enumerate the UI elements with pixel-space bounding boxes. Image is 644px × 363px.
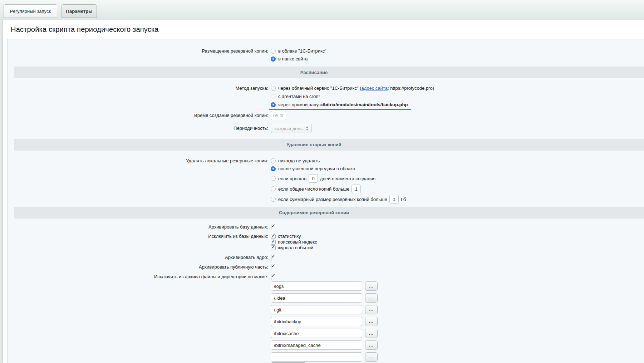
exclude-search-index[interactable]: поисковый индекс	[271, 239, 644, 245]
browse-button[interactable]: ...	[365, 340, 378, 350]
browse-button[interactable]: ...	[365, 293, 378, 303]
option-days-passed[interactable]: если прошло дней с момента создания	[271, 174, 644, 183]
option-label-pre: если прошло	[278, 176, 306, 181]
tab-parameters[interactable]: Параметры	[62, 4, 97, 18]
option-after-cloud-transfer[interactable]: после успешной передачи в облако	[271, 165, 644, 173]
row-launch-method: Метод запуска: через облачный сервис "1С…	[8, 84, 644, 109]
mask-row: ...	[8, 281, 644, 291]
radio-direct-launch[interactable]	[271, 102, 276, 107]
row-exclude-from-database: Исключить из базы данных: статистику пои…	[8, 234, 644, 251]
exclude-statistics[interactable]: статистику	[271, 234, 644, 239]
browse-button[interactable]: ...	[365, 329, 378, 338]
row-periodicity: Периодичность: каждый день	[8, 124, 644, 133]
field-label: Метод запуска:	[8, 84, 268, 92]
backup-time-input	[271, 111, 286, 120]
browse-button[interactable]: ...	[365, 317, 378, 326]
statistics-checkbox[interactable]	[271, 234, 276, 239]
tab-label: Регулярный запуск	[10, 9, 51, 14]
event-log-checkbox[interactable]	[271, 245, 276, 250]
select-stepper-icon	[306, 126, 309, 131]
option-label-pre: через облачный сервис "1С-Битрикс" (	[278, 84, 361, 92]
option-label: статистику	[278, 234, 301, 239]
row-exclude-masks: Исключить из архива файлы и директории п…	[8, 274, 644, 280]
option-label-pre: если суммарный размер резервных копий бо…	[278, 197, 387, 202]
field-label: Архивировать публичную часть:	[8, 264, 268, 270]
option-label: с агентами на cron	[278, 92, 318, 100]
mask-row: ...	[8, 352, 644, 362]
copies-count-input[interactable]	[352, 185, 361, 193]
option-cloud-service[interactable]: через облачный сервис "1С-Битрикс" (адре…	[271, 84, 644, 92]
mask-input-6[interactable]	[271, 340, 362, 350]
left-rail	[0, 20, 3, 363]
browse-button[interactable]: ...	[365, 352, 378, 362]
archive-database-checkbox[interactable]	[271, 224, 271, 230]
row-archive-public: Архивировать публичную часть:	[8, 264, 644, 270]
search-index-checkbox[interactable]	[271, 240, 276, 245]
section-heading-deletion: Удаление старых копий	[14, 139, 644, 151]
option-label: поисковый индекс	[278, 239, 317, 245]
mask-row: ...	[8, 305, 644, 314]
row-archive-kernel: Архивировать ядро:	[8, 255, 644, 260]
radio-total-size[interactable]	[271, 197, 276, 202]
mask-row: ...	[8, 317, 644, 326]
row-archive-database: Архивировать базу данных:	[8, 224, 644, 230]
option-cron-agents: с агентами на cron1	[271, 92, 644, 100]
radio-cloud-service[interactable]	[271, 86, 276, 91]
option-label: после успешной передачи в облако	[278, 165, 355, 173]
radio-site-folder[interactable]	[271, 57, 276, 62]
field-label: Удалять локальные резервные копии:	[8, 157, 268, 165]
option-copies-count[interactable]: если общее число копий больше	[271, 184, 644, 193]
mask-row: ...	[8, 329, 644, 338]
option-label: через прямой запуск	[278, 100, 323, 109]
row-backup-time: Время создания резервной копии:	[8, 111, 644, 120]
backup-script-path: /bitrix/modules/main/tools/backup.php	[323, 100, 408, 109]
option-direct-launch[interactable]: через прямой запуск /bitrix/modules/main…	[271, 100, 408, 109]
radio-cron-agents	[271, 94, 276, 99]
archive-public-checkbox[interactable]	[271, 264, 271, 270]
option-label: в папке сайта	[278, 55, 308, 63]
field-label: Архивировать базу данных:	[8, 224, 268, 230]
option-label: журнал событий	[278, 245, 313, 251]
exclude-masks-checkbox[interactable]	[271, 274, 271, 280]
section-heading-schedule: Расписание	[14, 67, 644, 78]
row-partial-button	[8, 362, 644, 363]
radio-never-delete[interactable]	[271, 158, 276, 163]
mask-input-1[interactable]	[271, 281, 362, 291]
radio-days-passed[interactable]	[271, 176, 276, 181]
row-delete-local-copies: Удалять локальные резервные копии: никог…	[8, 157, 644, 204]
radio-after-cloud-transfer[interactable]	[271, 166, 276, 171]
browse-button[interactable]: ...	[365, 305, 378, 314]
settings-form: Размещение резервной копии: в облаке "1С…	[7, 39, 644, 363]
option-cloud[interactable]: в облаке "1С-Битрикс"	[271, 47, 644, 55]
option-label: никогда не удалять	[278, 157, 320, 165]
option-label-post: Гб	[401, 197, 406, 202]
tab-label: Параметры	[66, 9, 93, 14]
selected-value: каждый день	[275, 126, 303, 131]
tab-strip: Регулярный запуск Параметры	[0, 0, 644, 20]
footnote-marker: 1	[319, 92, 320, 100]
site-address-link[interactable]: адрес сайта	[361, 84, 387, 92]
mask-input-5[interactable]	[271, 329, 362, 338]
row-backup-placement: Размещение резервной копии: в облаке "1С…	[8, 47, 644, 63]
option-label-post: : https://profycode.pro)	[388, 84, 434, 92]
archive-kernel-checkbox[interactable]	[271, 255, 271, 261]
mask-input-3[interactable]	[271, 305, 362, 314]
mask-input-4[interactable]	[271, 317, 362, 326]
total-size-input[interactable]	[389, 195, 399, 203]
option-site-folder[interactable]: в папке сайта	[271, 55, 644, 63]
browse-button[interactable]: ...	[365, 281, 378, 291]
tab-regular-run[interactable]: Регулярный запуск	[4, 4, 57, 18]
exclude-event-log[interactable]: журнал событий	[271, 245, 644, 251]
mask-input-7[interactable]	[271, 352, 362, 362]
option-total-size[interactable]: если суммарный размер резервных копий бо…	[271, 195, 644, 204]
periodicity-select: каждый день	[271, 124, 312, 133]
field-label: Периодичность:	[8, 124, 268, 132]
radio-copies-count[interactable]	[271, 186, 276, 191]
mask-input-2[interactable]	[271, 293, 362, 303]
days-passed-input[interactable]	[309, 174, 318, 183]
field-label: Исключить из архива файлы и директории п…	[8, 274, 268, 280]
radio-cloud[interactable]	[271, 49, 276, 54]
option-never-delete[interactable]: никогда не удалять	[271, 157, 644, 165]
option-label: в облаке "1С-Битрикс"	[278, 47, 326, 55]
mask-row: ...	[8, 340, 644, 350]
